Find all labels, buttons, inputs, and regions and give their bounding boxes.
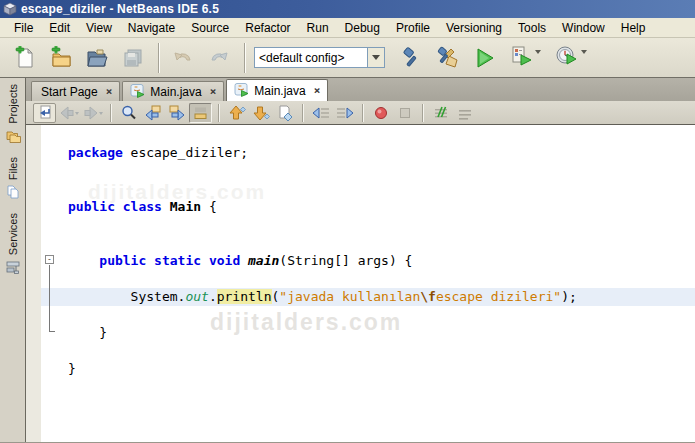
run-project-button[interactable] <box>469 43 499 73</box>
menu-item-tools[interactable]: Tools <box>510 19 554 37</box>
menu-item-navigate[interactable]: Navigate <box>120 19 183 37</box>
code-line[interactable] <box>41 162 695 180</box>
tab-label: Main.java <box>254 84 305 98</box>
close-icon[interactable]: × <box>210 85 217 98</box>
code-line[interactable]: public class Main { <box>41 198 695 216</box>
code-line[interactable]: package escape_diziler; <box>41 144 695 162</box>
editor-toolbar-separator <box>362 104 364 122</box>
build-project-button[interactable] <box>397 43 427 73</box>
code-line[interactable] <box>41 270 695 288</box>
find-next-occurrence-button[interactable] <box>165 103 188 123</box>
menu-item-file[interactable]: File <box>6 19 41 37</box>
left-dock-sidebar: Projects Files Services <box>0 78 26 442</box>
previous-bookmark-button[interactable] <box>225 103 248 123</box>
find-previous-occurrence-button[interactable] <box>141 103 164 123</box>
fold-guide-end <box>49 331 55 332</box>
editor-toolbar-separator <box>218 104 220 122</box>
sidebar-item-label: Services <box>7 213 19 255</box>
tab-main-java-2-active[interactable]: Main.java × <box>226 79 328 101</box>
projects-icon <box>5 128 21 144</box>
toggle-highlight-search-button[interactable] <box>189 103 212 123</box>
chevron-down-icon <box>372 55 380 60</box>
shift-line-right-button[interactable] <box>333 103 356 123</box>
main-toolbar: <default config> <box>0 38 695 78</box>
project-configuration-select[interactable]: <default config> <box>254 47 385 68</box>
last-edit-position-button[interactable] <box>33 103 56 123</box>
toggle-bookmark-button[interactable] <box>273 103 296 123</box>
sidebar-item-files[interactable]: Files <box>5 157 21 200</box>
menu-item-profile[interactable]: Profile <box>388 19 438 37</box>
code-line[interactable] <box>41 234 695 252</box>
back-button[interactable] <box>57 103 80 123</box>
code-line[interactable]: } <box>41 360 695 378</box>
menu-item-refactor[interactable]: Refactor <box>237 19 298 37</box>
services-icon <box>5 259 21 275</box>
debug-project-button[interactable] <box>505 43 545 73</box>
menu-item-versioning[interactable]: Versioning <box>438 19 510 37</box>
chevron-down-icon <box>581 50 587 71</box>
editor-toolbar-separator <box>110 104 112 122</box>
close-icon[interactable]: × <box>314 84 321 97</box>
tab-label: Main.java <box>150 85 201 99</box>
java-class-icon <box>130 83 148 101</box>
clean-and-build-project-button[interactable] <box>433 43 463 73</box>
code-line[interactable] <box>41 216 695 234</box>
code-line[interactable]: public static void main(String[] args) { <box>41 252 695 270</box>
code-line[interactable] <box>41 342 695 360</box>
code-editor[interactable]: package escape_diziler; public class Mai… <box>26 125 695 442</box>
config-select-dropdown-button[interactable] <box>367 47 385 68</box>
chevron-down-icon <box>535 50 541 71</box>
menu-item-run[interactable]: Run <box>299 19 337 37</box>
editor-toolbar-separator <box>302 104 304 122</box>
open-project-button[interactable] <box>82 43 112 73</box>
profile-project-button[interactable] <box>551 43 591 73</box>
new-file-button[interactable] <box>10 43 40 73</box>
menu-item-source[interactable]: Source <box>183 19 237 37</box>
menu-item-window[interactable]: Window <box>554 19 613 37</box>
code-line[interactable] <box>41 180 695 198</box>
editor-gutter[interactable] <box>26 125 41 442</box>
editor-toolbar <box>26 101 695 125</box>
save-all-button[interactable] <box>118 43 148 73</box>
undo-button[interactable] <box>168 43 198 73</box>
redo-button[interactable] <box>204 43 234 73</box>
tab-main-java-1[interactable]: Main.java × <box>122 81 224 101</box>
menu-item-view[interactable]: View <box>78 19 120 37</box>
next-bookmark-button[interactable] <box>249 103 272 123</box>
menu-item-debug[interactable]: Debug <box>337 19 388 37</box>
stop-macro-recording-button[interactable] <box>393 103 416 123</box>
fold-collapse-icon[interactable]: - <box>45 255 54 264</box>
java-class-icon <box>234 82 252 100</box>
shift-line-left-button[interactable] <box>309 103 332 123</box>
code-line[interactable]: } <box>41 324 695 342</box>
code-line[interactable] <box>41 306 695 324</box>
files-icon <box>5 184 21 200</box>
find-selection-button[interactable] <box>117 103 140 123</box>
menu-item-help[interactable]: Help <box>613 19 654 37</box>
comment-button[interactable] <box>429 103 452 123</box>
tab-label: Start Page <box>41 85 98 99</box>
editor-toolbar-separator <box>422 104 424 122</box>
netbeans-window: escape_diziler - NetBeans IDE 6.5 FileEd… <box>0 0 695 443</box>
toolbar-separator <box>244 43 246 73</box>
config-select-value[interactable]: <default config> <box>254 47 367 68</box>
close-icon[interactable]: × <box>106 85 113 98</box>
menu-item-edit[interactable]: Edit <box>41 19 78 37</box>
netbeans-cube-icon <box>3 2 17 16</box>
sidebar-item-services[interactable]: Services <box>5 213 21 275</box>
tab-start-page[interactable]: Start Page × <box>31 81 120 101</box>
title-bar[interactable]: escape_diziler - NetBeans IDE 6.5 <box>0 0 695 18</box>
menubar: FileEditViewNavigateSourceRefactorRunDeb… <box>0 18 695 38</box>
fold-guide-line <box>49 265 50 332</box>
code-line[interactable]: System.out.println("javada kullanılan\fe… <box>41 288 695 306</box>
sidebar-item-label: Projects <box>7 84 19 124</box>
toolbar-separator <box>158 43 160 73</box>
uncomment-button[interactable] <box>453 103 476 123</box>
start-macro-recording-button[interactable] <box>369 103 392 123</box>
editor-tab-bar: Start Page × Main.java × <box>26 78 695 101</box>
sidebar-item-label: Files <box>7 157 19 180</box>
code-area[interactable]: package escape_diziler; public class Mai… <box>41 125 695 442</box>
sidebar-item-projects[interactable]: Projects <box>5 84 21 144</box>
new-project-button[interactable] <box>46 43 76 73</box>
forward-button[interactable] <box>81 103 104 123</box>
